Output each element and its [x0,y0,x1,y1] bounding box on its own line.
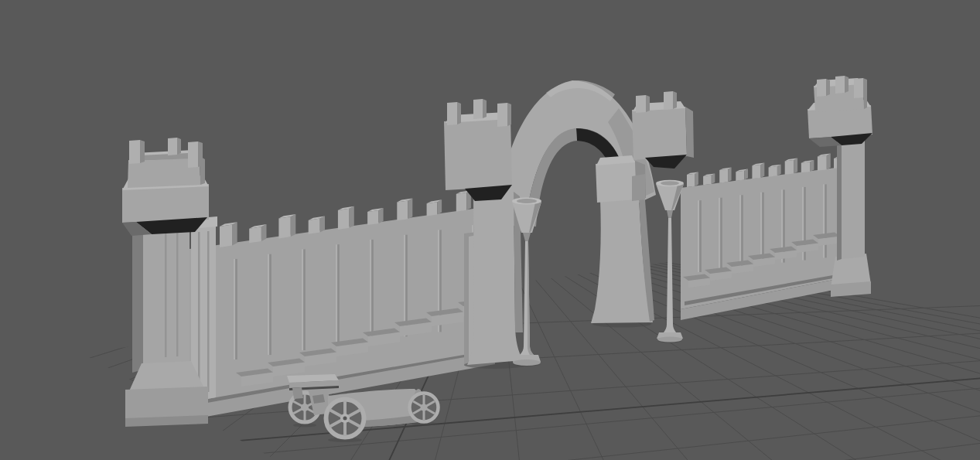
wall-panel-ridge[interactable] [719,198,720,270]
wall-merlon-side[interactable] [777,165,781,176]
wall-panel-ridge[interactable] [268,254,269,355]
wall-merlon[interactable] [785,160,794,175]
wall-merlon[interactable] [456,193,466,212]
wall-panel-groove[interactable] [371,240,374,341]
wall-merlon[interactable] [818,155,827,171]
wall-panel-ridge[interactable] [370,240,371,341]
gate-left-box-merlon-side[interactable] [483,99,487,118]
wall-merlon[interactable] [703,175,712,186]
wall-merlon[interactable] [719,169,728,183]
wall-merlon-side[interactable] [350,206,354,228]
wall-panel-ridge[interactable] [823,184,825,257]
wall-panel-ridge[interactable] [739,195,741,267]
wall-merlon[interactable] [220,225,232,247]
wall-merlon-side[interactable] [408,199,412,220]
wall-panel-groove[interactable] [825,184,827,257]
right-tower-merlon[interactable] [854,78,863,98]
right-tower-merlon-side[interactable] [826,79,830,96]
left-wall-sub-column-groove[interactable] [198,232,200,393]
wall-panel-ridge[interactable] [302,249,303,350]
wall-merlon[interactable] [752,165,760,179]
gate-right-box-merlon[interactable] [664,91,673,110]
wall-panel-groove[interactable] [720,198,722,270]
cart-frame-notch[interactable] [312,394,325,404]
wall-merlon-side[interactable] [261,224,267,241]
wall-merlon-side[interactable] [437,199,442,214]
left-tower-pillar-groove[interactable] [176,231,179,356]
wall-merlon-side[interactable] [811,160,814,172]
gate-right-box-merlon[interactable] [636,95,646,113]
wall-merlon[interactable] [278,216,290,238]
lamp-left-rim-inner[interactable] [517,199,537,203]
wall-merlon-side[interactable] [827,154,831,170]
gate-left-box-merlon[interactable] [473,99,483,119]
wall-merlon[interactable] [397,200,408,220]
wall-merlon-side[interactable] [379,208,384,223]
wall-panel-groove[interactable] [741,195,743,267]
wall-merlon-side[interactable] [695,172,698,186]
right-tower-pillar-shade[interactable] [837,137,842,261]
wall-merlon[interactable] [309,219,320,234]
right-tower-merlon-side[interactable] [863,78,867,97]
wall-merlon-side[interactable] [761,163,765,178]
wall-panel-ridge[interactable] [760,193,762,265]
gate-left-box-merlon[interactable] [447,102,457,125]
wall-merlon[interactable] [687,174,695,187]
wall-merlon[interactable] [367,210,378,225]
left-wall-sub-column-groove[interactable] [207,231,210,392]
wall-panel-ridge[interactable] [234,259,235,359]
scene-svg[interactable] [0,0,980,460]
wall-panel-groove[interactable] [337,244,340,346]
cart-wheel-right[interactable] [408,392,439,423]
wall-panel-groove[interactable] [235,259,237,359]
wall-panel-groove[interactable] [303,249,306,350]
wall-merlon-side[interactable] [728,168,732,182]
wall-merlon[interactable] [427,202,438,216]
wall-panel-ridge[interactable] [698,200,699,272]
left-tower-corbel-front[interactable] [122,184,209,223]
wall-merlon[interactable] [769,166,777,177]
left-tower-merlon[interactable] [168,138,177,155]
left-tower-merlon[interactable] [188,141,198,168]
wall-merlon-side[interactable] [232,222,237,245]
left-tower-merlon[interactable] [129,140,140,164]
gate-right-capital-front[interactable] [596,161,637,203]
gate-right-box-merlon-side[interactable] [646,95,650,112]
gate-right-capital-panel[interactable] [632,174,645,201]
cart-wheel-front[interactable] [324,397,366,439]
left-tower-merlon-side[interactable] [140,140,145,163]
wall-merlon-side[interactable] [712,173,715,184]
wall-panel-groove[interactable] [699,200,702,272]
right-tower-merlon[interactable] [835,76,845,94]
lamp-right-base-plate[interactable] [657,337,682,342]
left-tower-merlon-side[interactable] [198,141,203,167]
wall-merlon[interactable] [338,209,350,230]
viewport-canvas[interactable] [0,0,980,460]
gate-right-box-merlon-side[interactable] [673,91,677,109]
left-tower-pillar-groove[interactable] [165,232,167,357]
gate-left-box-merlon[interactable] [497,103,507,127]
lamp-right-rim-inner[interactable] [661,181,679,186]
gate-left-box-merlon-side[interactable] [457,102,461,124]
right-tower-pillar[interactable] [842,134,865,259]
wall-merlon[interactable] [736,171,744,181]
right-tower-merlon-side[interactable] [845,76,849,93]
wall-merlon-side[interactable] [794,158,797,174]
lamp-left-base-plate[interactable] [513,359,541,366]
right-tower-merlon[interactable] [817,79,826,97]
wall-merlon-side[interactable] [744,169,748,180]
wall-merlon[interactable] [801,162,811,172]
left-tower-merlon-side[interactable] [177,138,181,155]
gate-right-box-front[interactable] [632,107,687,160]
wall-merlon-side[interactable] [291,214,296,237]
gate-left-box-merlon-side[interactable] [507,103,511,126]
wall-merlon[interactable] [249,227,261,243]
wall-panel-groove[interactable] [269,254,271,355]
cart-plank-leg[interactable] [292,387,303,399]
wall-panel-ridge[interactable] [336,244,337,346]
left-tower-pillar-shade[interactable] [132,223,143,373]
wall-merlon-side[interactable] [320,216,325,233]
gate-left-box-front[interactable] [444,118,512,190]
